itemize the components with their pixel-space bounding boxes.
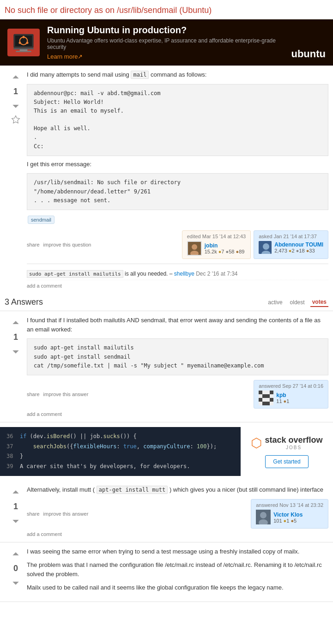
question-intro: I did many attempts to send mail using m… xyxy=(27,70,328,79)
answer-2-vote-count: 1 xyxy=(13,502,18,512)
svg-rect-3 xyxy=(20,49,28,51)
svg-rect-23 xyxy=(270,394,273,398)
sort-votes[interactable]: votes xyxy=(310,298,328,307)
answer-2-vote-down[interactable] xyxy=(9,513,22,526)
svg-rect-20 xyxy=(259,394,262,398)
answer-2-vote-col: 1 xyxy=(5,485,27,537)
svg-rect-18 xyxy=(266,391,270,394)
asker-badges: 2,473 ●2 ●18 ●33 xyxy=(274,248,323,253)
svg-rect-4 xyxy=(16,51,31,52)
answer-3-vote-down[interactable] xyxy=(9,575,22,588)
answer-1-improve[interactable]: improve this answer xyxy=(43,391,89,397)
answer-2-vote-up[interactable] xyxy=(9,487,22,500)
mutt-code: apt-get install mutt xyxy=(97,486,168,494)
svg-rect-27 xyxy=(270,398,273,402)
answer-1-user-name[interactable]: kpb xyxy=(276,392,286,398)
question-comments: sudo apt-get install mailutils is all yo… xyxy=(27,264,328,289)
svg-point-10 xyxy=(192,244,197,250)
add-comment-link[interactable]: add a comment xyxy=(27,283,62,289)
comment-user[interactable]: shellbye xyxy=(174,271,194,277)
vote-down-button[interactable] xyxy=(9,98,22,111)
answer-3-text-3: Mailx used to be called nail and it seem… xyxy=(27,583,328,592)
banner-learn-more[interactable]: Learn more↗ xyxy=(47,53,83,60)
answer-2-improve[interactable]: improve this answer xyxy=(43,511,89,517)
sort-active[interactable]: active xyxy=(266,298,284,307)
svg-rect-2 xyxy=(13,48,33,49)
banner-icon xyxy=(7,29,40,56)
answer-3-text-2: The problem was that I named the configu… xyxy=(27,560,328,578)
jobs-logo: ⬡ stack overflow JOBS xyxy=(251,435,322,451)
answer-1-vote-up[interactable] xyxy=(9,318,22,331)
sort-oldest[interactable]: oldest xyxy=(288,298,307,307)
question-error-intro: I get this error message: xyxy=(27,160,328,169)
svg-rect-16 xyxy=(259,391,262,394)
answer-2-share[interactable]: share xyxy=(27,511,40,517)
answer-1-avatar xyxy=(259,391,273,405)
vote-up-button[interactable] xyxy=(9,72,22,85)
answer-1-user-card: answered Sep 27 '14 at 0:16 xyxy=(254,380,328,409)
answer-1-meta: share improve this answer answered Sep 2… xyxy=(27,380,328,409)
svg-rect-29 xyxy=(262,402,266,405)
svg-point-6 xyxy=(23,36,25,38)
answers-header: 3 Answers active oldest votes xyxy=(0,294,333,311)
svg-point-33 xyxy=(260,512,266,518)
answer-2: 1 Alternatively, install mutt ( apt-get … xyxy=(0,481,333,542)
answer-2-actions: share improve this answer xyxy=(27,511,88,517)
edit-date: Mar 15 '14 at 12:43 xyxy=(202,234,246,239)
question-vote-col: 1 xyxy=(5,70,27,289)
improve-link[interactable]: improve this question xyxy=(43,242,91,247)
answer-3: 0 I was seeing the same error when tryin… xyxy=(0,542,333,602)
svg-rect-31 xyxy=(270,402,273,405)
answer-2-answered-label: answered Nov 13 '14 at 23:32 xyxy=(256,502,323,508)
answer-2-add-comment[interactable]: add a comment xyxy=(27,531,62,537)
answer-1-text: I found that if I installed both mailuti… xyxy=(27,316,328,334)
answer-3-body: I was seeing the same error when trying … xyxy=(27,547,328,597)
answer-1-code: sudo apt-get install mailutils sudo apt-… xyxy=(27,338,328,375)
answer-1-add-comment[interactable]: add a comment xyxy=(27,411,62,417)
favorite-button[interactable] xyxy=(9,113,22,126)
answer-2-body: Alternatively, install mutt ( apt-get in… xyxy=(27,485,328,537)
answer-2-user-card: answered Nov 13 '14 at 23:32 Victor Klos… xyxy=(251,499,328,529)
answer-2-meta: share improve this answer answered Nov 1… xyxy=(27,499,328,529)
banner-subtitle: Ubuntu Advantage offers world-class expe… xyxy=(47,37,284,50)
svg-rect-17 xyxy=(262,391,266,394)
jobs-promo-text: stack overflow xyxy=(265,436,322,445)
editor-name[interactable]: jobin xyxy=(205,242,218,249)
banner-logo: ubuntu xyxy=(291,48,326,60)
answer-2-text: Alternatively, install mutt ( apt-get in… xyxy=(27,485,328,494)
answer-1-vote-down[interactable] xyxy=(9,344,22,357)
answer-1-vote-col: 1 xyxy=(5,316,27,417)
asker-avatar xyxy=(259,241,272,254)
answer-3-vote-count: 0 xyxy=(13,564,18,573)
question-section: 1 I did many attempts to send mail using… xyxy=(0,66,333,294)
jobs-line-3: 38 } xyxy=(6,451,234,462)
banner-content: Running Ubuntu in production? Ubuntu Adv… xyxy=(47,25,284,60)
answer-3-text-1: I was seeing the same error when trying … xyxy=(27,547,328,556)
answer-1-body: I found that if I installed both mailuti… xyxy=(27,316,328,417)
svg-point-7 xyxy=(26,42,29,44)
question-tags: sendmail xyxy=(27,214,328,226)
question-code-block: abdennour@pc: mail -v abd.tm@gmail.com S… xyxy=(27,84,328,156)
answer-1-answered-label: answered Sep 27 '14 at 0:16 xyxy=(259,383,323,389)
jobs-line-2: 37 searchJobs({flexibleHours: true, comp… xyxy=(6,442,234,452)
question-body: I did many attempts to send mail using m… xyxy=(27,70,328,289)
answer-1-share[interactable]: share xyxy=(27,391,40,397)
jobs-banner: 36 if (dev.isBored() || job.sucks()) { 3… xyxy=(0,427,333,476)
jobs-get-started-button[interactable]: Get started xyxy=(265,455,308,468)
question-actions: share improve this question xyxy=(27,242,91,247)
share-link[interactable]: share xyxy=(27,242,40,247)
jobs-promo: ⬡ stack overflow JOBS Get started xyxy=(241,427,333,476)
answers-count: 3 Answers xyxy=(5,297,43,307)
answer-2-badges: 101 ●1 ●5 xyxy=(273,518,303,524)
svg-rect-24 xyxy=(259,398,262,402)
svg-rect-25 xyxy=(262,398,266,402)
answer-1: 1 I found that if I installed both mailu… xyxy=(0,311,333,422)
svg-point-13 xyxy=(263,243,269,250)
jobs-line-4: 39 A career site that's by developers, f… xyxy=(6,462,234,472)
page-title: No such file or directory as on /usr/lib… xyxy=(0,0,333,19)
sendmail-tag[interactable]: sendmail xyxy=(28,216,54,224)
asker-name[interactable]: Abdennour TOUMI xyxy=(274,241,323,248)
answer-2-user-name[interactable]: Victor Klos xyxy=(273,512,303,518)
svg-rect-30 xyxy=(266,402,270,405)
answer-3-vote-up[interactable] xyxy=(9,549,22,562)
